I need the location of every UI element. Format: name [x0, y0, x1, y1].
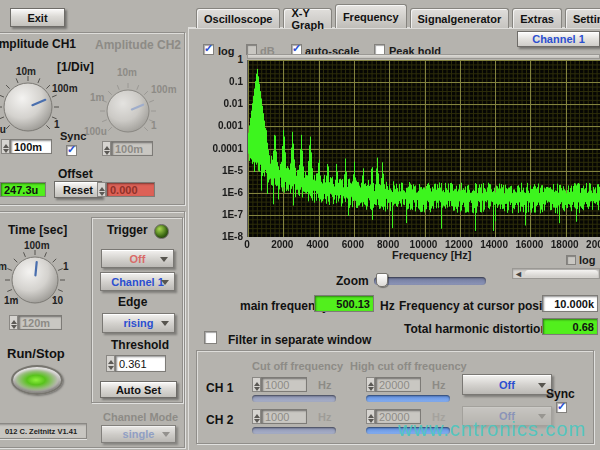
threshold-spinner[interactable]	[106, 355, 115, 372]
time-spinner[interactable]	[9, 315, 18, 330]
graph-scrollbar[interactable]: ◄	[512, 268, 600, 279]
y-tick-label: 0.1	[203, 76, 243, 87]
ch1-scale-10m: 10m	[16, 66, 36, 77]
x-tick-label: 6000	[333, 239, 373, 250]
thd-label: Total harmonic distortion	[404, 322, 548, 336]
x-tick-label: 16000	[509, 239, 549, 250]
sync-amplitude-label: Sync	[60, 130, 86, 142]
offset-reset-button[interactable]: Reset	[54, 181, 102, 198]
filter-mode-dropdown[interactable]: Off	[462, 374, 552, 395]
sync-amplitude-checkbox[interactable]	[66, 145, 77, 156]
graph-top-strip	[247, 54, 600, 59]
ch2-amplitude-field[interactable]: 100m	[111, 141, 153, 156]
ch1-scale-100m: 100m	[52, 83, 78, 94]
trigger-edge-dropdown[interactable]: rising	[102, 313, 175, 333]
offset-label: Offset	[58, 167, 93, 181]
x-tick-label: 8000	[368, 239, 408, 250]
ch1-high-unit: Hz	[432, 379, 445, 391]
amplitude-ch2-knob[interactable]	[98, 81, 158, 145]
ch2-low-cutoff-slider[interactable]	[252, 427, 336, 434]
filter-separate-window-checkbox[interactable]	[204, 331, 217, 344]
run-stop-button[interactable]	[11, 365, 63, 395]
watermark: www.cntronics.com	[398, 418, 586, 441]
high-cutoff-frequency-label: High cut off frequency	[350, 360, 467, 372]
time-scale-10: 10	[52, 295, 63, 306]
ch2-scale-1: 1	[151, 120, 157, 131]
run-stop-label: Run/Stop	[7, 346, 65, 361]
threshold-field[interactable]: 0.361	[115, 355, 166, 372]
ch1-high-cutoff-field[interactable]: 20000	[375, 377, 421, 392]
app-window: Exit Amplitude CH1 Amplitude CH2 [1/Div]…	[0, 0, 600, 450]
channel-mode-value: single	[123, 428, 155, 440]
ch2-scale-100u: 100u	[84, 126, 107, 137]
zoom-slider-thumb[interactable]	[376, 273, 388, 287]
ch2-low-cutoff-spinner[interactable]	[252, 409, 261, 424]
tab-frequency[interactable]: Frequency	[335, 4, 407, 28]
ch1-low-cutoff-field[interactable]: 1000	[261, 377, 307, 392]
ch1-low-cutoff-slider[interactable]	[252, 395, 336, 402]
exit-button[interactable]: Exit	[10, 8, 65, 27]
ch2-scale-1m: 1m	[90, 92, 104, 103]
channel-mode-dropdown[interactable]: single	[101, 425, 176, 443]
tab-extras[interactable]: Extras	[512, 8, 562, 28]
ch1-low-cutoff-spinner[interactable]	[252, 377, 261, 392]
spectrum-plot[interactable]	[247, 60, 600, 237]
offset-ch1-readout: 247.3u	[0, 182, 46, 197]
time-scale-10m: 10m	[0, 261, 7, 272]
xaxis-log-checkbox[interactable]	[566, 255, 576, 265]
y-tick-label: 1E-7	[203, 209, 243, 220]
ch1-high-cutoff-spinner[interactable]	[366, 377, 375, 392]
zoom-slider-track[interactable]	[374, 277, 486, 285]
tab-settings[interactable]: Settings	[565, 8, 600, 28]
edge-label: Edge	[118, 295, 147, 309]
trigger-group	[91, 217, 183, 403]
tab-x-y-graph[interactable]: X-Y Graph	[283, 8, 331, 28]
scrollbar-left-arrow-icon[interactable]: ◄	[514, 269, 523, 279]
x-tick-label: 2000	[262, 239, 302, 250]
x-axis-title: Frequency [Hz]	[392, 249, 471, 261]
ch2-low-cutoff-field[interactable]: 1000	[261, 409, 307, 424]
trigger-source-value: Channel 1	[111, 276, 164, 288]
filter-sync-checkbox[interactable]	[556, 402, 567, 413]
filter-ch2-label: CH 2	[206, 413, 233, 427]
y-tick-label: 1E-5	[203, 165, 243, 176]
offset-ch2-field[interactable]: 0.000	[106, 182, 155, 197]
ch1-amplitude-spinner[interactable]	[1, 139, 10, 154]
main-frequency-readout: 500.13	[314, 295, 374, 312]
auto-set-button[interactable]: Auto Set	[100, 381, 177, 398]
ch2-scale-10m: 10m	[117, 67, 137, 78]
tab-oscilloscope[interactable]: Oscilloscope	[196, 8, 280, 28]
trigger-led	[154, 224, 169, 239]
cursor-frequency-field[interactable]: 10.000k	[542, 295, 598, 312]
x-tick-label: 12000	[439, 239, 479, 250]
channel-select-button[interactable]: Channel 1	[517, 31, 600, 47]
per-div-label: [1/Div]	[57, 60, 94, 74]
zoom-label: Zoom	[336, 274, 369, 288]
ch2-scale-100m: 100m	[151, 84, 177, 95]
time-field[interactable]: 120m	[18, 315, 62, 330]
scrollbar-thumb[interactable]	[525, 270, 598, 277]
x-tick-label: 18000	[545, 239, 585, 250]
trigger-source-dropdown[interactable]: Channel 1	[100, 272, 175, 291]
main-frequency-unit: Hz	[380, 299, 395, 313]
version-bar[interactable]: 012 C. Zeitnitz V1.41	[0, 423, 87, 439]
ch2-high-cutoff-spinner[interactable]	[366, 409, 375, 424]
knob-graphic	[98, 81, 158, 141]
offset-ch2-spinner[interactable]	[97, 182, 106, 197]
ch2-low-unit: Hz	[318, 411, 331, 423]
ch1-high-cutoff-slider[interactable]	[366, 395, 450, 402]
ch1-scale-100u: 100u	[0, 124, 6, 135]
dropdown-arrow-icon	[160, 257, 168, 266]
cutoff-frequency-label: Cut off frequency	[252, 360, 343, 372]
ch2-amplitude-spinner[interactable]	[102, 141, 111, 156]
trigger-mode-dropdown[interactable]: Off	[101, 249, 174, 268]
x-tick-label: 10000	[404, 239, 444, 250]
ch1-amplitude-field[interactable]: 100m	[10, 139, 52, 154]
tab-signalgenerator[interactable]: Signalgenerator	[410, 8, 510, 28]
filter-separate-window-label: Filter in separate window	[228, 333, 371, 347]
time-title: Time [sec]	[8, 223, 67, 237]
trigger-mode-value: Off	[130, 253, 146, 265]
amplitude-ch1-title: Amplitude CH1	[0, 37, 76, 51]
filter-ch1-label: CH 1	[206, 381, 233, 395]
filter-mode-value: Off	[499, 379, 515, 391]
